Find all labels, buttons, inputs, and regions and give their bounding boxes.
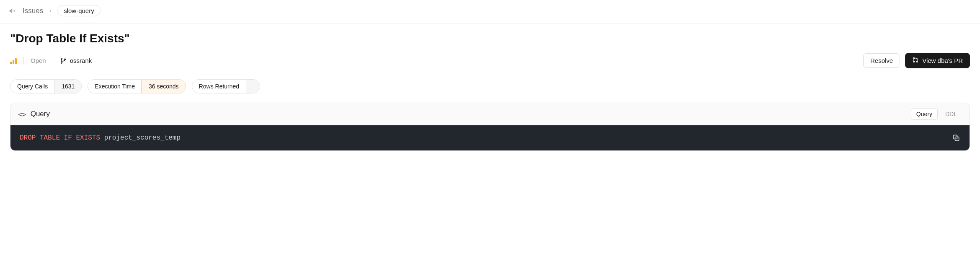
stat-label: Query Calls [10,80,54,93]
stat-label: Execution Time [88,80,142,93]
sql-keyword: DROP TABLE IF EXISTS [20,134,100,142]
sql-identifier: project_scores_temp [104,134,181,142]
page-title: "Drop Table If Exists" [10,32,970,45]
svg-point-3 [913,58,915,59]
tab-ddl[interactable]: DDL [940,109,962,119]
query-panel-header: <> Query Query DDL [10,103,970,125]
stat-execution-time[interactable]: Execution Time 36 seconds [88,79,186,93]
sql-code-block: DROP TABLE IF EXISTS project_scores_temp [10,125,970,150]
meta-row: Open ossrank Resolve View dba's PR [10,53,970,68]
main-content: "Drop Table If Exists" Open ossrank Reso… [0,23,980,159]
query-header-left: <> Query [18,110,50,119]
tab-query[interactable]: Query [911,108,938,120]
git-branch-icon [60,57,67,64]
stat-value: 36 seconds [142,79,186,93]
view-pr-label: View dba's PR [922,57,963,64]
stat-query-calls[interactable]: Query Calls 1631 [10,79,82,93]
megaphone-icon [8,6,18,16]
repo-group[interactable]: ossrank [60,57,92,64]
breadcrumb-tag[interactable]: slow-query [57,5,101,16]
svg-point-2 [64,59,65,60]
view-pr-button[interactable]: View dba's PR [905,53,970,68]
meta-left: Open ossrank [10,57,92,65]
stat-value: 1631 [54,80,81,93]
meta-right: Resolve View dba's PR [863,53,970,68]
query-panel-title: Query [31,110,50,118]
breadcrumb-bar: Issues slow-query [0,0,980,23]
svg-point-0 [61,58,62,59]
stat-rows-returned[interactable]: Rows Returned [192,79,260,93]
divider [23,57,24,65]
issues-link[interactable]: Issues [23,7,43,15]
stat-value [246,80,260,93]
signal-bars-icon [10,57,17,64]
divider [53,57,53,65]
svg-point-1 [61,62,62,63]
stats-row: Query Calls 1631 Execution Time 36 secon… [10,79,970,93]
svg-point-5 [917,61,918,62]
status-badge: Open [31,57,46,64]
chevron-right-icon [48,8,52,14]
svg-point-4 [913,61,915,62]
copy-button[interactable] [952,134,960,142]
query-panel: <> Query Query DDL DROP TABLE IF EXISTS … [10,103,970,151]
pull-request-icon [912,57,919,65]
resolve-button[interactable]: Resolve [863,53,900,68]
code-icon: <> [18,110,26,119]
sql-content: DROP TABLE IF EXISTS project_scores_temp [20,134,181,142]
stat-label: Rows Returned [192,80,246,93]
repo-name: ossrank [70,57,92,64]
query-tabs: Query DDL [911,108,962,120]
